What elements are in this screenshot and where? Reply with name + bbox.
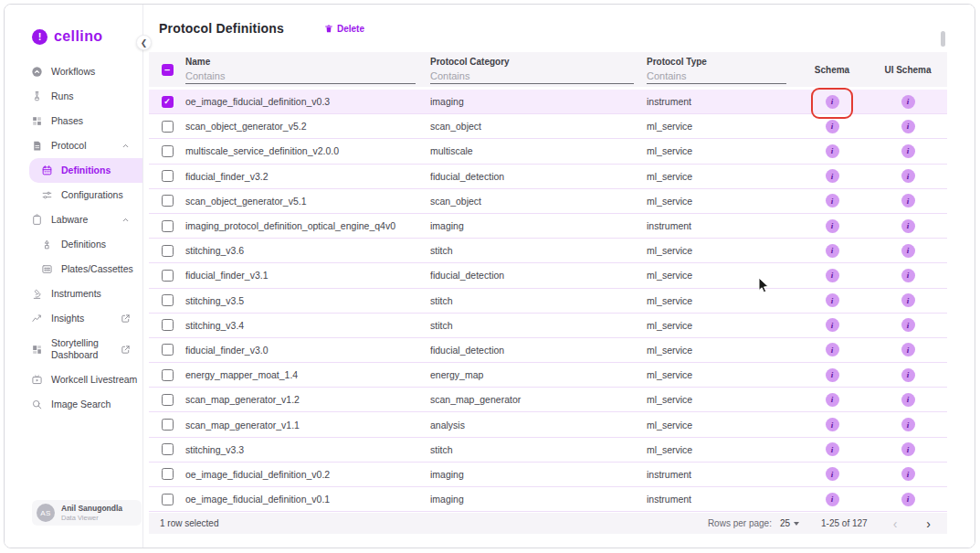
ui-schema-info-icon[interactable]: i [901, 169, 915, 183]
row-checkbox[interactable] [162, 121, 174, 133]
row-checkbox[interactable] [162, 220, 174, 232]
schema-info-icon[interactable]: i [826, 95, 839, 109]
row-checkbox[interactable] [162, 294, 174, 306]
ui-schema-info-icon[interactable]: i [901, 144, 915, 158]
row-checkbox[interactable]: ✓ [162, 96, 174, 108]
row-checkbox[interactable] [162, 170, 174, 182]
ui-schema-info-icon[interactable]: i [901, 219, 915, 233]
sidebar-item-phases[interactable]: Phases [5, 109, 142, 133]
schema-info-icon[interactable]: i [826, 269, 839, 282]
sidebar-item-plates-cassettes[interactable]: Plates/Cassettes [5, 257, 142, 282]
table-row[interactable]: fiducial_finder_v3.2fiducial_detectionml… [149, 165, 947, 189]
schema-info-icon[interactable]: i [826, 393, 839, 407]
protocol-icon [30, 140, 43, 152]
schema-info-icon[interactable]: i [826, 368, 839, 382]
ui-schema-info-icon[interactable]: i [901, 269, 915, 282]
cell-name: scan_object_generator_v5.2 [185, 121, 430, 132]
schema-info-icon[interactable]: i [826, 120, 839, 133]
dashboard-icon [30, 344, 43, 356]
table-row[interactable]: fiducial_finder_v3.0fiducial_detectionml… [149, 338, 947, 363]
sidebar-item-configurations[interactable]: Configurations [5, 183, 142, 207]
schema-info-icon[interactable]: i [826, 244, 839, 258]
schema-info-icon[interactable]: i [826, 194, 839, 207]
row-checkbox[interactable] [162, 344, 174, 356]
row-checkbox[interactable] [162, 443, 174, 455]
ui-schema-info-icon[interactable]: i [901, 368, 915, 382]
ui-schema-info-icon[interactable]: i [901, 393, 915, 407]
row-checkbox[interactable] [162, 468, 174, 480]
table-row[interactable]: stitching_v3.5stitchml_serviceii [149, 289, 947, 314]
sidebar-item-workflows[interactable]: Workflows [5, 59, 142, 84]
row-checkbox[interactable] [162, 270, 174, 282]
sidebar-item-image-search[interactable]: Image Search [5, 392, 142, 417]
sidebar-collapse-button[interactable]: ❮ [136, 35, 152, 50]
table-row[interactable]: oe_image_fiducial_definition_v0.2imaging… [149, 463, 947, 487]
protocol-type-filter-input[interactable] [647, 69, 786, 84]
row-checkbox[interactable] [162, 145, 174, 157]
chevron-up-icon[interactable] [121, 215, 131, 225]
row-checkbox[interactable] [162, 419, 174, 431]
row-checkbox[interactable] [162, 319, 174, 331]
schema-info-icon[interactable]: i [826, 418, 839, 431]
ui-schema-info-icon[interactable]: i [901, 442, 915, 456]
ui-schema-info-icon[interactable]: i [901, 418, 915, 431]
schema-info-icon[interactable]: i [826, 442, 839, 456]
table-row[interactable]: multiscale_service_definition_v2.0.0mult… [149, 139, 947, 164]
row-checkbox[interactable] [162, 245, 174, 257]
ui-schema-info-icon[interactable]: i [901, 95, 915, 109]
ui-schema-info-icon[interactable]: i [901, 244, 915, 258]
schema-info-icon[interactable]: i [826, 219, 839, 233]
ui-schema-info-icon[interactable]: i [901, 467, 915, 481]
table-row[interactable]: scan_object_generator_v5.2scan_objectml_… [149, 114, 947, 139]
ui-schema-info-icon[interactable]: i [901, 194, 915, 207]
table-row[interactable]: scan_map_generator_v1.2scan_map_generato… [149, 388, 947, 412]
table-row[interactable]: stitching_v3.3stitchml_serviceii [149, 438, 947, 463]
row-checkbox[interactable] [162, 369, 174, 381]
sidebar-item-definitions[interactable]: Definitions [5, 232, 142, 257]
schema-info-icon[interactable]: i [826, 467, 839, 481]
row-checkbox[interactable] [162, 195, 174, 207]
scrollbar-thumb[interactable] [941, 31, 945, 47]
avatar: AS [37, 504, 55, 522]
schema-info-icon[interactable]: i [826, 144, 839, 158]
ui-schema-info-icon[interactable]: i [901, 318, 915, 332]
table-row[interactable]: stitching_v3.6stitchml_serviceii [149, 239, 947, 263]
row-checkbox[interactable] [162, 394, 174, 406]
sidebar-item-insights[interactable]: Insights [5, 306, 142, 331]
schema-info-icon[interactable]: i [826, 343, 839, 356]
sidebar-item-protocol[interactable]: Protocol [5, 133, 142, 158]
schema-info-icon[interactable]: i [826, 293, 839, 307]
row-checkbox[interactable] [162, 494, 174, 505]
sidebar-item-labware[interactable]: Labware [5, 207, 142, 232]
name-filter-input[interactable] [185, 69, 416, 84]
table-row[interactable]: imaging_protocol_definition_optical_engi… [149, 214, 947, 239]
previous-page-button[interactable]: ‹ [890, 517, 901, 530]
table-row[interactable]: scan_map_generator_v1.1analysisml_servic… [149, 412, 947, 437]
schema-info-icon[interactable]: i [826, 169, 839, 183]
sidebar-item-definitions[interactable]: Definitions [29, 158, 142, 183]
delete-button[interactable]: Delete [324, 24, 364, 34]
protocol-category-filter-input[interactable] [430, 69, 634, 84]
table-row[interactable]: energy_mapper_moat_1.4energy_mapml_servi… [149, 363, 947, 388]
ui-schema-info-icon[interactable]: i [901, 493, 915, 506]
next-page-button[interactable]: › [922, 517, 934, 530]
schema-info-icon[interactable]: i [826, 318, 839, 332]
cell-name: oe_image_fiducial_definition_v0.2 [185, 469, 430, 480]
table-row[interactable]: fiducial_finder_v3.1fiducial_detectionml… [149, 263, 947, 288]
sidebar-item-runs[interactable]: Runs [5, 84, 142, 109]
schema-info-icon[interactable]: i [826, 493, 839, 506]
table-row[interactable]: scan_object_generator_v5.1scan_objectml_… [149, 189, 947, 214]
table-row[interactable]: ✓oe_image_fiducial_definition_v0.3imagin… [149, 90, 947, 114]
sidebar-item-workcell-livestream[interactable]: Workcell Livestream [5, 367, 142, 392]
chevron-up-icon[interactable] [121, 141, 131, 151]
user-chip[interactable]: AS Anil Sanugondla Data Viewer [32, 500, 142, 526]
ui-schema-info-icon[interactable]: i [901, 343, 915, 356]
sidebar-item-storytelling-dashboard[interactable]: Storytelling Dashboard [5, 331, 142, 367]
sidebar-item-instruments[interactable]: Instruments [5, 282, 142, 306]
ui-schema-info-icon[interactable]: i [901, 293, 915, 307]
table-row[interactable]: oe_image_fiducial_definition_v0.1imaging… [149, 487, 947, 512]
table-row[interactable]: stitching_v3.4stitchml_serviceii [149, 314, 947, 338]
select-all-checkbox[interactable]: – [162, 64, 174, 76]
rows-per-page-select[interactable]: 25 [780, 518, 799, 528]
ui-schema-info-icon[interactable]: i [901, 120, 915, 133]
